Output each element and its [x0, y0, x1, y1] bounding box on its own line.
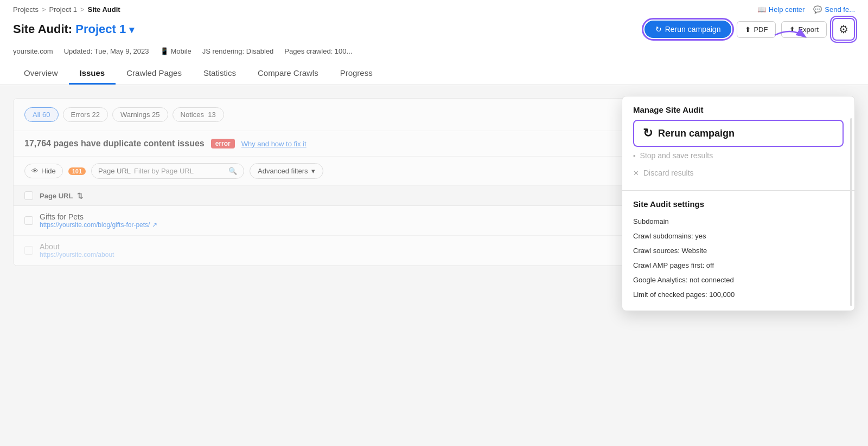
select-all-checkbox[interactable]	[24, 191, 33, 200]
filter-notices[interactable]: Notices 13	[173, 107, 224, 122]
rerun-icon: ↻	[655, 25, 662, 34]
manage-title: Manage Site Audit	[633, 105, 844, 114]
help-center-icon: 📖	[757, 5, 766, 14]
rerun-icon: ↻	[643, 126, 653, 140]
tab-overview[interactable]: Overview	[13, 63, 69, 85]
settings-title: Site Audit settings	[633, 199, 844, 209]
x-icon: ✕	[633, 169, 639, 177]
pdf-button[interactable]: ⬆ PDF	[737, 21, 776, 38]
manage-section: Manage Site Audit ↻ Rerun campaign ▪ Sto…	[622, 96, 854, 190]
message-icon: 💬	[813, 5, 822, 14]
breadcrumb-sep2: >	[80, 5, 85, 14]
issue-title: 17,764 pages have duplicate content issu…	[24, 139, 205, 148]
site-url: yoursite.com	[13, 47, 53, 55]
page-title: Site Audit: Project 1 ▾	[13, 22, 134, 36]
top-actions: 📖 Help center 💬 Send fe...	[757, 5, 855, 14]
page-url-label: Page URL	[98, 167, 131, 175]
stop-save-option: ▪ Stop and save results	[633, 147, 844, 164]
filter-all[interactable]: All 60	[24, 107, 59, 122]
tab-compare-crawls[interactable]: Compare Crawls	[247, 63, 329, 85]
meta-row: yoursite.com Updated: Tue, May 9, 2023 📱…	[13, 45, 855, 61]
project-dropdown-arrow[interactable]: ▾	[129, 24, 134, 35]
settings-list: Subdomain Crawl subdomains: yes Crawl so…	[633, 214, 844, 302]
device-type: 📱 Mobile	[160, 47, 192, 55]
filter-warnings[interactable]: Warnings 25	[112, 107, 168, 122]
setting-subdomain[interactable]: Subdomain	[633, 214, 844, 229]
nav-tabs: Overview Issues Crawled Pages Statistics…	[13, 61, 855, 85]
why-fix-link[interactable]: Why and how to fix it	[241, 140, 307, 148]
setting-analytics: Google Analytics: not connected	[633, 273, 844, 287]
export-icon: ⬆	[789, 25, 795, 34]
project-name[interactable]: Project 1	[75, 22, 126, 36]
tab-crawled-pages[interactable]: Crawled Pages	[116, 63, 193, 85]
tab-statistics[interactable]: Statistics	[193, 63, 247, 85]
updated-date: Updated: Tue, May 9, 2023	[64, 47, 149, 55]
title-right: ↻ Rerun campaign ⬆ PDF ⬆ Export ⚙	[644, 18, 855, 41]
row-checkbox-0[interactable]	[24, 216, 33, 225]
advanced-filters-button[interactable]: Advanced filters ▾	[250, 163, 323, 179]
row-checkbox-1[interactable]	[24, 246, 33, 255]
hide-button[interactable]: 👁 Hide	[24, 164, 63, 178]
setting-crawl-sources: Crawl sources: Website	[633, 243, 844, 258]
breadcrumb-project1[interactable]: Project 1	[49, 5, 77, 14]
tab-progress[interactable]: Progress	[329, 63, 384, 85]
search-icon[interactable]: 🔍	[228, 167, 237, 175]
rerun-option[interactable]: ↻ Rerun campaign	[633, 120, 844, 147]
discard-option: ✕ Discard results	[633, 164, 844, 182]
gear-button[interactable]: ⚙	[832, 18, 855, 41]
filter-errors[interactable]: Errors 22	[63, 107, 108, 122]
title-row: Site Audit: Project 1 ▾ ↻ Rerun ca	[13, 16, 855, 45]
send-feedback-link[interactable]: 💬 Send fe...	[813, 5, 855, 14]
square-icon: ▪	[633, 152, 636, 160]
setting-limit: Limit of checked pages: 100,000	[633, 287, 844, 302]
top-bar: Projects > Project 1 > Site Audit 📖 Help…	[0, 0, 868, 85]
mobile-icon: 📱	[160, 47, 169, 55]
help-center-link[interactable]: 📖 Help center	[757, 5, 805, 14]
external-link-icon: ↗	[152, 221, 157, 229]
breadcrumb-sep1: >	[42, 5, 46, 14]
tab-issues[interactable]: Issues	[69, 63, 116, 85]
page-url-input[interactable]	[134, 167, 225, 175]
breadcrumb-row: Projects > Project 1 > Site Audit 📖 Help…	[13, 0, 855, 16]
breadcrumb-projects[interactable]: Projects	[13, 5, 39, 14]
breadcrumb: Projects > Project 1 > Site Audit	[13, 5, 120, 14]
main-content: All 60 Errors 22 Warnings 25 Notices 13 …	[0, 85, 868, 410]
chevron-down-icon: ▾	[311, 167, 315, 175]
gear-icon: ⚙	[839, 23, 848, 36]
setting-crawl-subdomains: Crawl subdomains: yes	[633, 229, 844, 243]
sort-icon[interactable]: ⇅	[77, 192, 83, 200]
rerun-campaign-button[interactable]: ↻ Rerun campaign	[644, 21, 732, 38]
breadcrumb-current: Site Audit	[87, 5, 120, 14]
export-button[interactable]: ⬆ Export	[781, 21, 827, 38]
setting-crawl-amp: Crawl AMP pages first: off	[633, 258, 844, 273]
eye-icon: 👁	[31, 167, 39, 175]
manage-site-audit-panel: Manage Site Audit ↻ Rerun campaign ▪ Sto…	[622, 96, 855, 311]
scrollbar	[850, 118, 852, 306]
error-badge: error	[211, 139, 235, 148]
page-url-filter-container: Page URL 🔍	[91, 163, 244, 179]
settings-section: Site Audit settings Subdomain Crawl subd…	[622, 190, 854, 311]
hide-count-badge: 101	[68, 167, 86, 175]
upload-icon: ⬆	[745, 25, 751, 34]
pages-crawled: Pages crawled: 100...	[284, 47, 352, 55]
js-rendering: JS rendering: Disabled	[202, 47, 274, 55]
